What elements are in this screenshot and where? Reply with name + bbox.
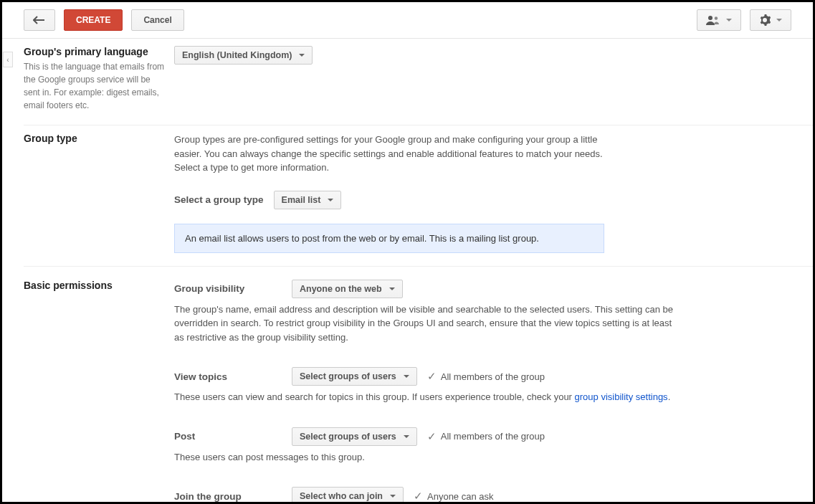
chevron-down-icon [726,19,732,22]
check-icon: ✓ [414,490,423,503]
create-button[interactable]: CREATE [64,9,123,31]
chevron-down-icon [299,54,305,57]
chevron-down-icon [404,435,409,438]
language-dropdown[interactable]: English (United Kingdom) [174,46,313,65]
dropdown-label: Select groups of users [300,371,396,381]
section-basic-permissions: Basic permissions Group visibility Anyon… [24,267,813,505]
side-col: Group type [24,133,174,253]
back-button[interactable] [24,9,55,31]
dropdown-label: English (United Kingdom) [182,50,292,60]
content: Group's primary language This is the lan… [2,39,813,504]
group-visibility-row: Group visibility Anyone on the web [174,280,719,298]
toolbar-left: CREATE Cancel [24,9,184,31]
side-col: Group's primary language This is the lan… [24,46,174,112]
view-topics-label: View topics [174,371,282,382]
post-desc: These users can post messages to this gr… [174,450,719,465]
section-title: Group type [24,133,167,144]
post-row: Post Select groups of users ✓ All member… [174,427,719,446]
dropdown-label: Email list [282,195,321,205]
chevron-down-icon [389,287,395,290]
post-label: Post [174,431,282,442]
svg-point-0 [708,16,712,20]
toolbar-right [697,9,791,31]
toolbar: CREATE Cancel [2,2,813,39]
post-dropdown[interactable]: Select groups of users [292,427,417,446]
dropdown-label: Select who can join [300,491,383,501]
group-visibility-settings-link[interactable]: group visibility settings [575,391,668,402]
dropdown-label: Anyone on the web [300,284,382,294]
post-check: ✓ All members of the group [427,430,545,443]
chevron-down-icon [404,375,409,378]
back-arrow-icon [33,16,46,24]
chevron-down-icon [776,19,782,22]
main-col: English (United Kingdom) [174,46,762,112]
chevron-down-icon [390,495,396,498]
group-type-intro: Group types are pre-configured settings … [174,133,604,175]
dropdown-label: Select groups of users [300,432,396,442]
cancel-button[interactable]: Cancel [131,9,184,31]
group-visibility-desc: The group's name, email address and desc… [174,303,676,345]
check-icon: ✓ [427,430,437,443]
section-group-type: Group type Group types are pre-configure… [24,125,813,267]
check-label: All members of the group [441,371,545,382]
collapse-sidebar-tab[interactable]: ‹ [3,52,13,67]
people-menu-button[interactable] [697,9,741,31]
section-title: Basic permissions [24,280,167,291]
main-col: Group visibility Anyone on the web The g… [174,280,762,505]
people-icon [706,15,720,25]
desc-post: . [668,391,671,402]
join-row: Join the group Select who can join ✓ Any… [174,487,719,504]
section-desc: This is the language that emails from th… [24,60,167,112]
section-title: Group's primary language [24,46,167,57]
side-col: Basic permissions [24,280,174,505]
view-topics-dropdown[interactable]: Select groups of users [292,367,417,386]
settings-menu-button[interactable] [750,9,791,31]
group-type-select-row: Select a group type Email list [174,191,719,209]
join-dropdown[interactable]: Select who can join [292,487,404,504]
select-group-type-label: Select a group type [174,194,264,205]
chevron-down-icon [328,199,333,201]
gear-icon [759,14,771,26]
check-icon: ✓ [427,370,437,383]
group-type-info-box: An email list allows users to post from … [174,224,604,253]
group-visibility-dropdown[interactable]: Anyone on the web [292,280,403,298]
join-check: ✓ Anyone can ask [414,490,494,503]
section-primary-language: Group's primary language This is the lan… [24,39,813,125]
main-col: Group types are pre-configured settings … [174,133,762,253]
join-label: Join the group [174,491,282,502]
view-topics-check: ✓ All members of the group [427,370,545,383]
svg-point-1 [715,16,718,19]
view-topics-row: View topics Select groups of users ✓ All… [174,367,719,386]
desc-pre: These users can view and search for topi… [174,391,575,402]
check-label: Anyone can ask [427,491,494,502]
group-visibility-label: Group visibility [174,283,282,294]
group-type-dropdown[interactable]: Email list [274,191,342,209]
check-label: All members of the group [441,431,545,442]
view-topics-desc: These users can view and search for topi… [174,390,676,404]
